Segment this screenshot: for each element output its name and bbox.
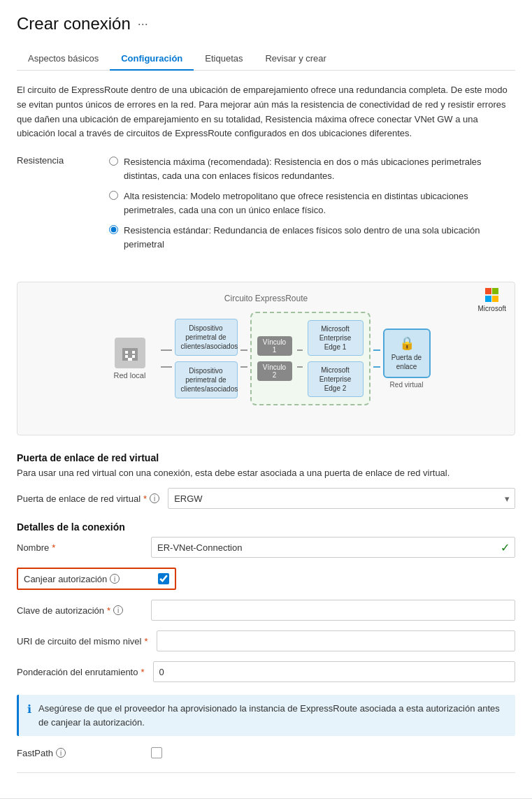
tab-basics[interactable]: Aspectos básicos [17, 48, 110, 71]
tab-bar: Aspectos básicos Configuración Etiquetas… [17, 48, 515, 71]
info-box-icon: ℹ [27, 702, 31, 716]
right-connectors [373, 349, 380, 368]
edge-box-2: Microsoft Enterprise Edge 2 [308, 361, 364, 397]
page-title: Crear conexión [17, 14, 131, 34]
edge-box-1: Microsoft Enterprise Edge 1 [308, 320, 364, 356]
peer-uri-label: URI de circuito del mismo nivel * [17, 636, 148, 647]
weight-required-star: * [141, 667, 144, 677]
link2-pill: Vínculo 2 [257, 361, 292, 381]
peer-uri-row: URI de circuito del mismo nivel * [17, 630, 515, 651]
tab-config[interactable]: Configuración [110, 48, 194, 71]
name-required-star: * [52, 542, 55, 553]
vnet-gateway-label: Puerta de enlace de red virtual * i [17, 493, 159, 504]
fastpath-checkbox[interactable] [151, 747, 162, 758]
name-valid-check: ✓ [501, 541, 510, 554]
fastpath-label: FastPath i [17, 748, 143, 758]
resistance-radio-group: Resistencia máxima (recomendada): Resist… [109, 155, 515, 258]
edge-stack: Microsoft Enterprise Edge 1 Microsoft En… [308, 320, 364, 397]
svg-rect-1 [125, 351, 128, 354]
circuit-mid-connectors [297, 349, 303, 368]
connection-details-section: Detalles de la conexión Nombre * ✓ Canje… [17, 521, 515, 682]
mid-left-connectors [240, 349, 247, 368]
redeem-info-icon[interactable]: i [110, 574, 120, 584]
gateway-box: 🔒 Puerta de enlace [383, 329, 431, 378]
circuit-inner: Vínculo 1 Vínculo 2 Microsoft Enterprise… [257, 320, 364, 397]
svg-rect-5 [128, 358, 132, 361]
redeem-authorization-checkbox[interactable] [158, 573, 169, 584]
device-stack: Dispositivo perimetral de clientes/asoci… [175, 319, 238, 398]
redeem-label: Canjear autorización i [24, 574, 150, 584]
resistance-standard-radio[interactable] [109, 225, 118, 234]
info-box-text: Asegúrese de que el proveedor ha aprovis… [38, 702, 507, 729]
local-network-box: Red local [102, 338, 158, 380]
device-box-1: Dispositivo perimetral de clientes/asoci… [175, 319, 238, 356]
footer: Revisar y crear Anterior Siguiente: Etiq… [0, 798, 532, 808]
expressroute-diagram: Circuito ExpressRoute Microsoft [17, 282, 515, 435]
resistance-standard-label: Resistencia estándar: Redundancia de enl… [124, 224, 515, 251]
resistance-section: Resistencia Resistencia máxima (recomend… [17, 155, 515, 272]
local-net-label: Red local [114, 371, 146, 380]
left-connectors [161, 349, 172, 368]
weight-input[interactable] [153, 661, 515, 682]
svg-rect-2 [132, 351, 135, 354]
auth-key-info-icon[interactable]: i [113, 605, 123, 615]
auth-key-label: Clave de autorización * i [17, 605, 143, 616]
name-label: Nombre * [17, 542, 143, 553]
page-description: El circuito de ExpressRoute dentro de un… [17, 83, 515, 141]
device-box-2: Dispositivo perimetral de clientes/asoci… [175, 361, 238, 398]
weight-label: Ponderación del enrutamiento * [17, 667, 145, 677]
gateway-area: 🔒 Puerta de enlace Red virtual [383, 329, 431, 389]
tab-review[interactable]: Revisar y crear [254, 48, 337, 71]
fastpath-row: FastPath i [17, 747, 515, 758]
vnet-gateway-section: Puerta de enlace de red virtual Para usa… [17, 452, 515, 509]
peer-uri-input[interactable] [157, 630, 515, 651]
peer-uri-required-star: * [144, 636, 148, 647]
resistance-high-radio[interactable] [109, 191, 118, 200]
vnet-gateway-select-wrapper: ERGW ▾ [168, 488, 515, 509]
microsoft-logo [485, 288, 499, 302]
resistance-max-radio[interactable] [109, 157, 118, 166]
fastpath-info-icon[interactable]: i [56, 748, 66, 758]
gateway-label: Puerta de enlace [391, 354, 422, 370]
vnet-gateway-select[interactable]: ERGW [168, 488, 515, 509]
svg-rect-4 [132, 355, 135, 358]
vnet-gateway-row: Puerta de enlace de red virtual * i ERGW… [17, 488, 515, 509]
name-input-wrapper: ✓ [151, 537, 515, 558]
vnet-gateway-required-star: * [143, 493, 147, 504]
footer-divider [17, 772, 515, 773]
link1-pill: Vínculo 1 [257, 336, 292, 356]
link-stack: Vínculo 1 Vínculo 2 [257, 336, 292, 381]
info-box: ℹ Asegúrese de que el proveedor ha aprov… [17, 695, 515, 736]
more-options-icon[interactable]: ··· [138, 17, 148, 31]
circuit-box: Vínculo 1 Vínculo 2 Microsoft Enterprise… [250, 312, 371, 405]
redeem-authorization-row: Canjear autorización i [17, 568, 176, 590]
name-row: Nombre * ✓ [17, 537, 515, 558]
auth-key-required-star: * [107, 605, 110, 616]
auth-key-input[interactable] [151, 600, 515, 621]
building-icon [115, 338, 145, 368]
weight-row: Ponderación del enrutamiento * [17, 661, 515, 682]
connection-details-heading: Detalles de la conexión [17, 521, 515, 533]
vnet-gateway-info-icon[interactable]: i [150, 493, 159, 503]
vnet-gateway-heading: Puerta de enlace de red virtual [17, 452, 515, 463]
resistance-high-label: Alta resistencia: Modelo metropolitano q… [124, 189, 515, 217]
resistance-max-label: Resistencia máxima (recomendada): Resist… [124, 155, 515, 182]
microsoft-cloud: Microsoft [477, 288, 506, 312]
resistance-label: Resistencia [17, 155, 101, 166]
vnet-gateway-description: Para usar una red virtual con una conexi… [17, 468, 515, 478]
diagram-title: Circuito ExpressRoute [29, 294, 503, 303]
name-input[interactable] [151, 537, 515, 558]
tab-tags[interactable]: Etiquetas [194, 48, 254, 71]
vnet-label: Red virtual [390, 381, 424, 389]
svg-rect-3 [125, 355, 128, 358]
auth-key-row: Clave de autorización * i [17, 600, 515, 621]
